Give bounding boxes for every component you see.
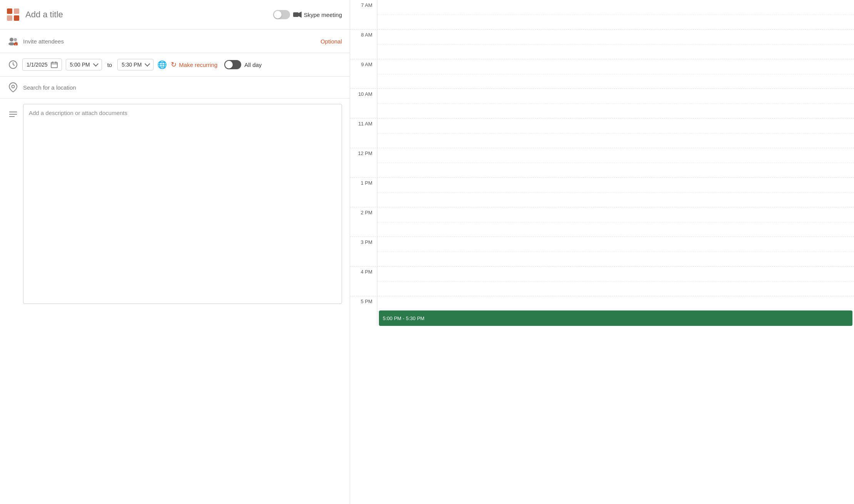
time-content bbox=[377, 30, 854, 59]
svg-rect-3 bbox=[14, 15, 19, 21]
all-day-label: All day bbox=[244, 62, 262, 68]
description-placeholder: Add a description or attach documents bbox=[29, 110, 127, 116]
datetime-row: 1/1/2025 5:00 PM to 5:30 PM 🌐 ↻ Make rec… bbox=[0, 53, 350, 77]
time-slot: 9 AM bbox=[350, 59, 854, 89]
make-recurring-label: Make recurring bbox=[179, 62, 217, 68]
svg-point-6 bbox=[10, 38, 13, 42]
svg-marker-5 bbox=[299, 12, 302, 18]
svg-point-18 bbox=[12, 85, 15, 88]
svg-line-13 bbox=[13, 65, 15, 65]
start-time-chevron bbox=[93, 61, 98, 67]
video-icon bbox=[293, 12, 302, 18]
time-label: 10 AM bbox=[350, 89, 377, 118]
description-icon bbox=[8, 109, 18, 120]
svg-point-7 bbox=[8, 42, 15, 45]
time-slot: 10 AM bbox=[350, 89, 854, 118]
skype-area: Skype meeting bbox=[273, 10, 342, 19]
time-label: 5 PM bbox=[350, 296, 377, 326]
event-block[interactable]: 5:00 PM - 5:30 PM bbox=[379, 310, 852, 326]
timezone-icon[interactable]: 🌐 bbox=[157, 60, 167, 69]
time-slot: 2 PM bbox=[350, 207, 854, 237]
optional-label[interactable]: Optional bbox=[320, 38, 342, 45]
time-slot: 3 PM bbox=[350, 237, 854, 267]
svg-point-8 bbox=[14, 38, 17, 41]
half-hour-line bbox=[377, 163, 854, 163]
half-hour-line bbox=[377, 222, 854, 222]
half-hour-line bbox=[377, 44, 854, 45]
time-label: 4 PM bbox=[350, 267, 377, 296]
title-row: Skype meeting bbox=[0, 0, 350, 30]
location-row bbox=[0, 77, 350, 98]
time-content bbox=[377, 178, 854, 207]
end-time-chevron bbox=[145, 61, 150, 67]
time-content bbox=[377, 0, 854, 29]
time-label: 9 AM bbox=[350, 59, 377, 88]
time-slot: 7 AM bbox=[350, 0, 854, 30]
time-content bbox=[377, 148, 854, 177]
all-day-area: All day bbox=[224, 60, 262, 69]
time-content: 5:00 PM - 5:30 PM bbox=[377, 296, 854, 326]
recurring-icon: ↻ bbox=[171, 60, 177, 69]
location-icon bbox=[8, 82, 18, 93]
time-label: 8 AM bbox=[350, 30, 377, 59]
calendar-icon bbox=[51, 61, 58, 68]
end-time-picker[interactable]: 5:30 PM bbox=[117, 59, 153, 70]
attendees-icon: + bbox=[8, 36, 18, 47]
time-label: 12 PM bbox=[350, 148, 377, 177]
time-slot: 1 PM bbox=[350, 178, 854, 207]
time-content bbox=[377, 118, 854, 148]
end-time-value: 5:30 PM bbox=[122, 62, 142, 68]
skype-icon-area: Skype meeting bbox=[293, 12, 342, 18]
svg-rect-4 bbox=[293, 12, 299, 17]
time-slot: 8 AM bbox=[350, 30, 854, 59]
all-day-toggle[interactable] bbox=[224, 60, 241, 69]
skype-toggle[interactable] bbox=[273, 10, 290, 19]
time-label: 11 AM bbox=[350, 118, 377, 148]
half-hour-line bbox=[377, 252, 854, 252]
time-label: 2 PM bbox=[350, 207, 377, 237]
time-slot: 12 PM bbox=[350, 148, 854, 178]
time-content bbox=[377, 267, 854, 296]
time-content bbox=[377, 207, 854, 237]
time-grid: 7 AM8 AM9 AM10 AM11 AM12 PM1 PM2 PM3 PM4… bbox=[350, 0, 854, 326]
svg-rect-1 bbox=[14, 8, 19, 14]
description-box[interactable]: Add a description or attach documents bbox=[23, 104, 342, 304]
date-value: 1/1/2025 bbox=[27, 62, 48, 68]
time-label: 3 PM bbox=[350, 237, 377, 266]
svg-text:+: + bbox=[15, 43, 17, 45]
time-slot: 4 PM bbox=[350, 267, 854, 296]
title-input[interactable] bbox=[25, 10, 269, 20]
skype-label: Skype meeting bbox=[304, 12, 342, 18]
time-content bbox=[377, 59, 854, 88]
calendar-panel: 7 AM8 AM9 AM10 AM11 AM12 PM1 PM2 PM3 PM4… bbox=[350, 0, 854, 504]
half-hour-line bbox=[377, 74, 854, 74]
make-recurring-button[interactable]: ↻ Make recurring bbox=[171, 60, 217, 69]
start-time-picker[interactable]: 5:00 PM bbox=[66, 59, 102, 70]
start-time-value: 5:00 PM bbox=[70, 62, 90, 68]
half-hour-line bbox=[377, 133, 854, 134]
description-row: Add a description or attach documents bbox=[0, 98, 350, 504]
date-picker[interactable]: 1/1/2025 bbox=[22, 58, 62, 71]
half-hour-line bbox=[377, 15, 854, 15]
half-hour-line bbox=[377, 103, 854, 104]
half-hour-line bbox=[377, 192, 854, 193]
attendees-input[interactable] bbox=[23, 38, 316, 45]
clock-icon bbox=[8, 59, 18, 70]
app-icon bbox=[5, 7, 21, 22]
svg-rect-14 bbox=[51, 62, 57, 68]
attendees-row: + Optional bbox=[0, 30, 350, 53]
half-hour-line bbox=[377, 281, 854, 282]
event-form: Skype meeting + Optional bbox=[0, 0, 350, 504]
time-slot: 5 PM5:00 PM - 5:30 PM bbox=[350, 296, 854, 326]
location-input[interactable] bbox=[23, 84, 342, 91]
time-label: 1 PM bbox=[350, 178, 377, 207]
time-content bbox=[377, 89, 854, 118]
time-slot: 11 AM bbox=[350, 118, 854, 148]
svg-rect-0 bbox=[7, 8, 12, 14]
time-content bbox=[377, 237, 854, 266]
time-label: 7 AM bbox=[350, 0, 377, 29]
time-separator: to bbox=[106, 62, 114, 68]
svg-rect-2 bbox=[7, 15, 12, 21]
